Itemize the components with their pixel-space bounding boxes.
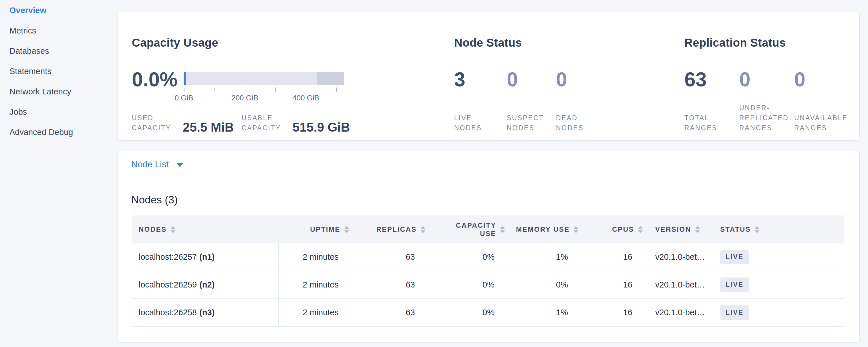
nodes-table-header: NODES UPTIME REPLICAS CAPACITY USE MEMOR… (132, 215, 844, 244)
cluster-summary-panel: Capacity Usage 0.0% (117, 11, 860, 141)
column-header-capacity-use[interactable]: CAPACITY USE (420, 221, 499, 238)
table-row: localhost:26257 (n1) 2 minutes 63 0% 1% … (132, 244, 844, 271)
suspect-nodes-label: SUSPECT NODES (507, 113, 544, 133)
sidebar-item-network-latency[interactable]: Network Latency (0, 82, 117, 102)
capacity-usage-section: Capacity Usage 0.0% (132, 11, 454, 140)
cpus-cell: 16 (572, 280, 637, 289)
cpus-cell: 16 (572, 252, 637, 262)
replicas-cell: 63 (343, 252, 420, 262)
axis-label-400gib: 400 GiB (292, 94, 319, 102)
table-row: localhost:26259 (n2) 2 minutes 63 0% 0% … (132, 271, 844, 299)
cpus-cell: 16 (572, 308, 637, 317)
replicas-cell: 63 (343, 308, 420, 317)
uptime-cell: 2 minutes (279, 308, 343, 317)
total-ranges-label: TOTAL RANGES (684, 113, 721, 133)
column-label: STATUS (720, 225, 751, 233)
node-status-section: Node Status 3 LIVE NODES 0 SUSPECT NODES… (454, 11, 684, 140)
capacity-bar (184, 72, 344, 85)
column-label: MEMORY USE (516, 225, 570, 233)
sort-icon (695, 226, 700, 233)
column-header-memory-use[interactable]: MEMORY USE (499, 225, 572, 233)
usable-capacity-label: USABLE CAPACITY (242, 113, 285, 133)
replicas-cell: 63 (343, 280, 420, 289)
main-content: Capacity Usage 0.0% (117, 0, 860, 347)
capacity-use-cell: 0% (420, 252, 499, 262)
status-badge: LIVE (720, 305, 749, 320)
memory-use-cell: 1% (499, 308, 572, 317)
status-cell: LIVE (713, 278, 844, 292)
node-list-panel: Node List Nodes (3) NODES UPTIME REPLICA… (117, 151, 860, 343)
replication-status-section: Replication Status 63 TOTAL RANGES 0 UND… (684, 11, 859, 140)
view-selector-label: Node List (131, 159, 169, 170)
status-badge: LIVE (720, 278, 749, 292)
uptime-cell: 2 minutes (279, 280, 343, 289)
version-cell: v20.1.0-bet… (637, 252, 713, 262)
sidebar-item-databases[interactable]: Databases (0, 41, 117, 61)
suspect-nodes-value: 0 (507, 69, 556, 90)
node-status-title: Node Status (454, 37, 684, 49)
column-label: UPTIME (310, 225, 340, 233)
column-label: REPLICAS (376, 225, 417, 233)
node-id: (n3) (199, 308, 215, 317)
memory-use-cell: 1% (499, 252, 572, 262)
node-id: (n1) (199, 252, 215, 262)
column-header-cpus[interactable]: CPUS (572, 225, 637, 233)
capacity-bar-reserved-segment (317, 72, 344, 85)
sidebar: Overview Metrics Databases Statements Ne… (0, 0, 117, 347)
sidebar-item-jobs[interactable]: Jobs (0, 102, 117, 122)
sort-icon (755, 226, 759, 233)
uptime-cell: 2 minutes (279, 252, 343, 262)
capacity-axis-ticks (184, 88, 344, 92)
column-header-nodes[interactable]: NODES (132, 225, 279, 233)
chevron-down-icon (177, 163, 183, 167)
nodes-count-heading: Nodes (3) (131, 194, 859, 206)
sort-icon (171, 226, 175, 233)
sidebar-item-overview[interactable]: Overview (0, 0, 117, 21)
capacity-use-cell: 0% (420, 308, 499, 317)
node-address: localhost:26259 (139, 280, 197, 289)
column-label: CAPACITY USE (451, 221, 496, 238)
unavailable-ranges-value: 0 (794, 69, 854, 90)
dead-nodes-stat: 0 DEAD NODES (556, 69, 587, 133)
memory-use-cell: 0% (499, 280, 572, 289)
suspect-nodes-stat: 0 SUSPECT NODES (507, 69, 556, 133)
usable-capacity-value: 515.9 GiB (292, 122, 350, 133)
view-selector-dropdown[interactable]: Node List (118, 151, 859, 178)
under-replicated-ranges-value: 0 (739, 69, 794, 90)
sidebar-item-metrics[interactable]: Metrics (0, 21, 117, 41)
node-address-cell: localhost:26257 (n1) (132, 244, 279, 271)
version-cell: v20.1.0-bet… (637, 280, 713, 289)
axis-label-0gib: 0 GiB (175, 94, 193, 102)
used-capacity-label: USED CAPACITY (132, 113, 175, 133)
status-cell: LIVE (713, 305, 844, 320)
dead-nodes-label: DEAD NODES (556, 113, 587, 133)
status-cell: LIVE (713, 250, 844, 264)
status-badge: LIVE (720, 250, 749, 264)
column-header-status[interactable]: STATUS (713, 225, 844, 233)
used-capacity-value: 25.5 MiB (183, 122, 235, 133)
sidebar-item-advanced-debug[interactable]: Advanced Debug (0, 122, 117, 143)
capacity-usage-title: Capacity Usage (132, 37, 454, 49)
under-replicated-ranges-label: UNDER-REPLICATED RANGES (739, 103, 794, 133)
total-ranges-stat: 63 TOTAL RANGES (684, 69, 739, 133)
column-header-version[interactable]: VERSION (637, 225, 713, 233)
node-address-cell: localhost:26259 (n2) (132, 271, 279, 298)
column-header-uptime[interactable]: UPTIME (279, 225, 343, 233)
table-row: localhost:26258 (n3) 2 minutes 63 0% 1% … (132, 299, 844, 327)
column-header-replicas[interactable]: REPLICAS (343, 225, 420, 233)
dead-nodes-value: 0 (556, 69, 587, 90)
axis-label-200gib: 200 GiB (231, 94, 258, 102)
column-label: CPUS (612, 225, 634, 233)
nodes-table: NODES UPTIME REPLICAS CAPACITY USE MEMOR… (132, 215, 844, 327)
sidebar-item-statements[interactable]: Statements (0, 61, 117, 82)
capacity-bar-chart: 0 GiB 200 GiB 400 GiB (184, 72, 344, 101)
under-replicated-ranges-stat: 0 UNDER-REPLICATED RANGES (739, 69, 794, 133)
live-nodes-label: LIVE NODES (454, 113, 486, 133)
unavailable-ranges-stat: 0 UNAVAILABLE RANGES (794, 69, 854, 133)
unavailable-ranges-label: UNAVAILABLE RANGES (794, 113, 854, 133)
node-address-cell: localhost:26258 (n3) (132, 299, 279, 326)
capacity-use-cell: 0% (420, 280, 499, 289)
node-id: (n2) (199, 280, 215, 289)
total-ranges-value: 63 (684, 69, 739, 90)
replication-status-title: Replication Status (684, 37, 859, 49)
